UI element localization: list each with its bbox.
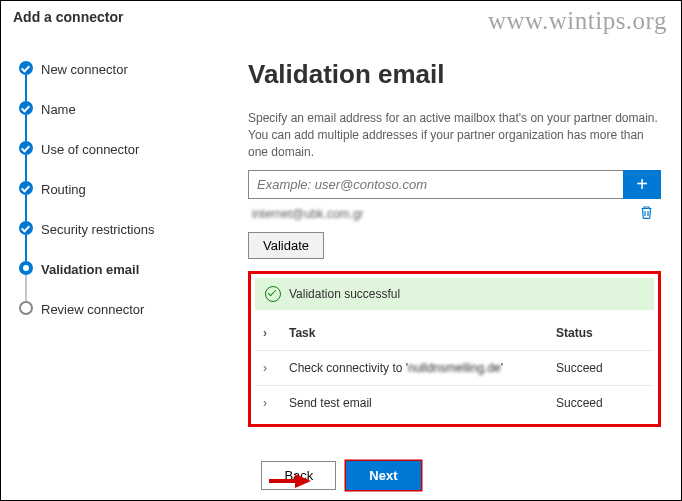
delete-icon[interactable]	[640, 205, 657, 222]
step-new-connector[interactable]: New connector	[13, 49, 208, 89]
added-email-value: internet@ubk.com.gr	[252, 207, 364, 221]
chevron-right-icon[interactable]: ›	[263, 396, 283, 410]
step-use-of-connector[interactable]: Use of connector	[13, 129, 208, 169]
check-icon	[19, 101, 33, 115]
step-label: Use of connector	[41, 142, 139, 157]
task-row: › Check connectivity to 'nulldnsmelling.…	[255, 351, 654, 386]
page-description: Specify an email address for an active m…	[248, 110, 661, 160]
success-message: Validation successful	[289, 287, 400, 301]
check-icon	[19, 61, 33, 75]
annotation-arrow	[267, 470, 311, 492]
step-validation-email[interactable]: Validation email	[13, 249, 208, 289]
status-cell: Succeed	[556, 361, 646, 375]
task-header: Task	[283, 326, 556, 340]
next-button[interactable]: Next	[346, 461, 420, 490]
wizard-steps: New connector Name Use of connector Rout…	[13, 29, 208, 449]
email-input[interactable]	[248, 170, 623, 199]
panel-title: Add a connector	[1, 1, 681, 29]
step-label: Name	[41, 102, 76, 117]
plus-icon: +	[636, 173, 648, 196]
status-cell: Succeed	[556, 396, 646, 410]
step-label: Review connector	[41, 302, 144, 317]
step-label: New connector	[41, 62, 128, 77]
task-header-row: › Task Status	[255, 316, 654, 351]
step-review-connector[interactable]: Review connector	[13, 289, 208, 329]
added-email-row: internet@ubk.com.gr	[248, 199, 661, 228]
check-icon	[19, 181, 33, 195]
status-header: Status	[556, 326, 646, 340]
step-label: Validation email	[41, 262, 139, 277]
step-security-restrictions[interactable]: Security restrictions	[13, 209, 208, 249]
success-banner: Validation successful	[255, 278, 654, 310]
step-label: Security restrictions	[41, 222, 154, 237]
task-cell: Check connectivity to 'nulldnsmelling.de…	[283, 361, 556, 375]
task-cell: Send test email	[283, 396, 556, 410]
current-step-icon	[19, 261, 33, 275]
step-label: Routing	[41, 182, 86, 197]
validate-button[interactable]: Validate	[248, 232, 324, 259]
chevron-right-icon[interactable]: ›	[263, 326, 283, 340]
svg-marker-1	[295, 474, 311, 488]
check-icon	[19, 221, 33, 235]
task-row: › Send test email Succeed	[255, 386, 654, 420]
page-title: Validation email	[248, 59, 661, 90]
success-icon	[265, 286, 281, 302]
chevron-right-icon[interactable]: ›	[263, 361, 283, 375]
add-button[interactable]: +	[623, 170, 661, 199]
validation-results: Validation successful › Task Status › Ch…	[248, 271, 661, 427]
pending-step-icon	[19, 301, 33, 315]
step-routing[interactable]: Routing	[13, 169, 208, 209]
check-icon	[19, 141, 33, 155]
footer-buttons: Back Next	[1, 461, 681, 490]
step-name[interactable]: Name	[13, 89, 208, 129]
